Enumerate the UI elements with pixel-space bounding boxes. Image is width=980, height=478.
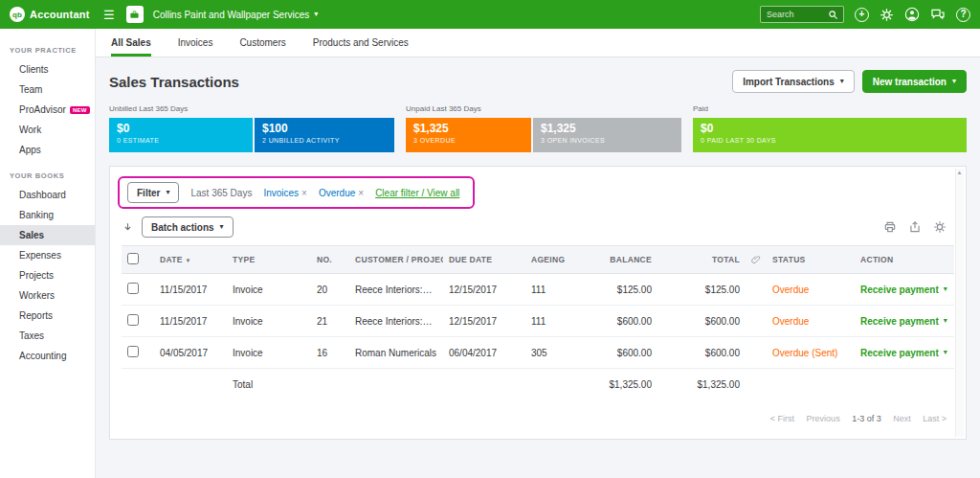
cell-customer: Reece Interiors:Reco... — [349, 274, 443, 306]
new-transaction-button[interactable]: New transaction ▾ — [862, 70, 967, 93]
sidebar-item-work[interactable]: Work — [0, 120, 95, 140]
tab-invoices[interactable]: Invoices — [178, 29, 213, 57]
tab-all-sales[interactable]: All Sales — [111, 29, 151, 57]
account-person-icon[interactable] — [904, 7, 920, 22]
receive-payment-button[interactable]: Receive payment ▾ — [860, 348, 947, 358]
sidebar-item-proadvisor[interactable]: ProAdvisor NEW — [0, 100, 95, 120]
money-segment-unbilled-activity[interactable]: $100 2 UNBILLED ACTIVITY — [255, 118, 394, 152]
jump-to-bottom-icon[interactable] — [122, 221, 134, 234]
column-header-balance[interactable]: BALANCE — [573, 246, 657, 274]
column-header-due-date[interactable]: DUE DATE — [443, 246, 525, 274]
batch-actions-button[interactable]: Batch actions ▾ — [142, 216, 234, 238]
search-box[interactable] — [760, 6, 844, 23]
pagination-previous[interactable]: Previous — [807, 414, 840, 423]
filter-chip-invoices[interactable]: Invoices × — [263, 188, 307, 198]
table-row[interactable]: 11/15/2017 Invoice 20 Reece Interiors:Re… — [122, 274, 954, 306]
money-bar: Unbilled Last 365 Days $0 0 ESTIMATE $10… — [109, 104, 967, 152]
table-settings-gear-icon[interactable] — [933, 220, 947, 234]
money-segment-estimates[interactable]: $0 0 ESTIMATE — [109, 118, 253, 152]
create-plus-icon[interactable]: + — [855, 8, 869, 22]
tab-bar: All Sales Invoices Customers Products an… — [96, 29, 980, 57]
search-icon — [828, 10, 838, 20]
app-window: qb Accountant ☰ Collins Paint and Wallpa… — [0, 0, 980, 478]
company-name: Collins Paint and Wallpaper Services — [153, 10, 310, 20]
cell-total: $125.00 — [657, 274, 746, 306]
column-header-customer[interactable]: CUSTOMER / PROJECT — [349, 246, 443, 274]
row-checkbox[interactable] — [127, 346, 139, 357]
sidebar-item-workers[interactable]: Workers — [0, 285, 95, 306]
money-segment-overdue[interactable]: $1,325 3 OVERDUE — [406, 118, 531, 152]
receive-payment-label: Receive payment — [860, 285, 939, 295]
row-checkbox-cell[interactable] — [122, 306, 154, 337]
batch-actions-label: Batch actions — [151, 222, 214, 233]
sidebar-item-taxes[interactable]: Taxes — [0, 326, 95, 346]
pagination-first[interactable]: < First — [770, 414, 794, 423]
column-header-action[interactable]: ACTION — [855, 246, 954, 274]
cell-due-date: 12/15/2017 — [443, 306, 525, 337]
close-icon[interactable]: × — [358, 188, 364, 198]
cell-action: Receive payment ▾ — [855, 337, 954, 369]
search-input[interactable] — [765, 9, 828, 20]
clear-filter-link[interactable]: Clear filter / View all — [375, 188, 459, 198]
sidebar-item-accounting[interactable]: Accounting — [0, 346, 95, 366]
chevron-down-icon: ▾ — [944, 285, 947, 293]
pagination-last[interactable]: Last > — [923, 414, 947, 423]
tab-customers[interactable]: Customers — [239, 29, 285, 57]
table-row[interactable]: 04/05/2017 Invoice 16 Roman Numericals 0… — [122, 337, 954, 369]
pagination-next[interactable]: Next — [893, 414, 911, 423]
column-header-ageing[interactable]: AGEING — [525, 246, 573, 274]
row-checkbox[interactable] — [127, 314, 139, 326]
column-header-total[interactable]: TOTAL — [657, 246, 746, 274]
briefcase-icon[interactable] — [126, 6, 144, 23]
cell-total: $600.00 — [657, 337, 746, 369]
sidebar-item-expenses[interactable]: Expenses — [0, 245, 95, 265]
receive-payment-button[interactable]: Receive payment ▾ — [860, 316, 947, 327]
column-header-type[interactable]: TYPE — [227, 246, 311, 274]
hamburger-menu-icon[interactable]: ☰ — [103, 9, 115, 21]
select-all-checkbox-cell[interactable] — [122, 246, 154, 274]
scrollbar[interactable] — [955, 169, 964, 437]
company-selector[interactable]: Collins Paint and Wallpaper Services ▾ — [153, 10, 319, 20]
column-label: NO. — [317, 255, 332, 264]
feedback-chat-icon[interactable] — [930, 7, 946, 22]
row-checkbox-cell[interactable] — [122, 337, 154, 369]
total-empty-cell — [746, 369, 767, 399]
qb-logo[interactable]: qb Accountant — [10, 7, 98, 22]
sidebar-item-apps[interactable]: Apps — [0, 140, 95, 160]
gear-icon[interactable] — [880, 8, 894, 22]
import-transactions-button[interactable]: Import Transactions ▾ — [732, 70, 855, 93]
sidebar-item-banking[interactable]: Banking — [0, 205, 95, 225]
column-header-date[interactable]: DATE ▼ — [154, 246, 227, 274]
scroll-up-icon[interactable]: ▲ — [955, 170, 964, 175]
sidebar-item-projects[interactable]: Projects — [0, 265, 95, 285]
money-caption: 0 ESTIMATE — [117, 137, 253, 144]
table-row[interactable]: 11/15/2017 Invoice 21 Reece Interiors:Ba… — [122, 306, 954, 337]
column-header-status[interactable]: STATUS — [767, 246, 855, 274]
tab-products-and-services[interactable]: Products and Services — [313, 29, 409, 57]
column-label: AGEING — [531, 255, 565, 264]
sidebar-item-team[interactable]: Team — [0, 80, 95, 100]
sidebar-item-reports[interactable]: Reports — [0, 306, 95, 326]
column-header-no[interactable]: NO. — [311, 246, 349, 274]
row-checkbox[interactable] — [127, 283, 139, 294]
money-segment-paid[interactable]: $0 0 PAID LAST 30 DAYS — [693, 118, 967, 152]
sort-desc-icon: ▼ — [185, 258, 190, 263]
row-checkbox-cell[interactable] — [122, 274, 154, 306]
export-icon[interactable] — [908, 220, 922, 234]
print-icon[interactable] — [883, 220, 897, 234]
filter-chip-overdue[interactable]: Overdue × — [319, 188, 364, 198]
select-all-checkbox[interactable] — [127, 253, 139, 264]
column-label: DATE — [160, 255, 183, 264]
column-header-attachment — [746, 246, 767, 274]
sidebar-item-label: Clients — [19, 64, 49, 75]
help-icon[interactable]: ? — [956, 8, 970, 22]
receive-payment-button[interactable]: Receive payment ▾ — [860, 285, 947, 295]
sidebar-item-clients[interactable]: Clients — [0, 59, 95, 80]
brand-name: Accountant — [30, 9, 90, 20]
filter-button[interactable]: Filter ▾ — [127, 182, 179, 203]
batch-actions-row: Batch actions ▾ — [122, 215, 947, 245]
money-segment-open-invoices[interactable]: $1,325 3 OPEN INVOICES — [533, 118, 681, 152]
sidebar-item-dashboard[interactable]: Dashboard — [0, 185, 95, 205]
sidebar-item-sales[interactable]: Sales — [0, 225, 95, 245]
close-icon[interactable]: × — [301, 188, 307, 198]
